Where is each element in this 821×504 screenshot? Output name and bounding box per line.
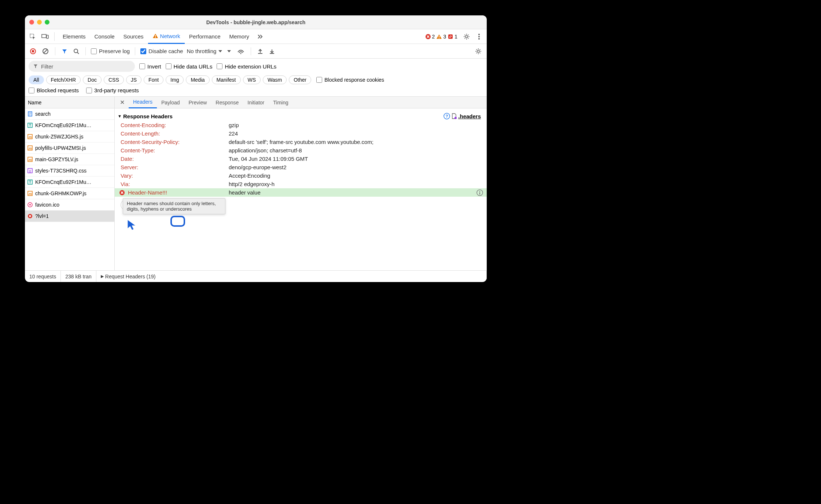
svg-rect-52 [479,192,480,194]
header-row: Content-Security-Policy:default-src 'sel… [115,138,487,146]
request-row[interactable]: JSmain-G3PZY5LV.js [25,154,114,165]
editable-header-value[interactable]: header value [229,189,481,196]
filter-pill-img[interactable]: Img [166,75,184,84]
detail-tab-response[interactable]: Response [211,97,243,108]
filter-pill-other[interactable]: Other [289,75,311,84]
info-icon[interactable] [476,189,483,196]
request-row[interactable]: favicon.ico [25,199,114,211]
svg-point-11 [465,36,468,38]
blocked-requests-checkbox[interactable]: Blocked requests [29,87,79,93]
header-value: default-src 'self'; frame-src youtube.co… [229,139,481,145]
clear-button[interactable] [41,47,50,56]
request-headers-section[interactable]: ▶ Request Headers (19) [96,271,487,282]
hide-extension-urls-checkbox[interactable]: Hide extension URLs [217,63,276,70]
css-icon: {} [27,168,33,174]
minimize-window-button[interactable] [37,20,42,25]
highlight-annotation [170,216,185,227]
name-column-header[interactable]: Name [25,97,114,108]
invert-checkbox[interactable]: Invert [139,63,161,70]
request-row[interactable]: JSchunk-GRHMKOWP.js [25,188,114,199]
requests-list: searchTKFOmCnqEu92Fr1Mu…JSchunk-Z5WZJGHS… [25,108,114,270]
network-settings-icon[interactable] [474,47,483,56]
filter-icon[interactable] [60,47,69,55]
filter-pill-font[interactable]: Font [144,75,163,84]
header-value: deno/gcp-europe-west2 [229,164,481,170]
request-row[interactable]: ?lvl=1 [25,211,114,222]
request-row[interactable]: TKFOmCnqEu92Fr1Mu… [25,120,114,131]
filter-pill-js[interactable]: JS [126,75,141,84]
request-row[interactable]: JSpolyfills-UPW4ZMSI.js [25,142,114,154]
request-row[interactable]: TKFOmCnqEu92Fr1Mu… [25,177,114,188]
filter-pill-wasm[interactable]: Wasm [263,75,287,84]
response-headers-section[interactable]: ▼ Response Headers ? .headers [115,111,487,121]
tab-console[interactable]: Console [90,29,119,44]
request-row[interactable]: search [25,108,114,120]
tab-elements[interactable]: Elements [58,29,90,44]
header-key: Content-Security-Policy: [121,139,229,145]
header-key: Via: [121,181,229,187]
tab-memory[interactable]: Memory [225,29,254,44]
search-icon[interactable] [72,47,80,55]
more-tabs-icon[interactable] [255,32,266,42]
tab-network[interactable]: Network [148,29,185,44]
header-row: Content-Encoding:gzip [115,121,487,129]
upload-har-icon[interactable] [256,47,264,55]
detail-tab-timing[interactable]: Timing [269,97,293,108]
editable-header-row[interactable]: Header-Name!!! header value [115,188,487,197]
svg-text:T: T [29,180,31,184]
kebab-menu-icon[interactable] [474,32,485,42]
header-key: Server: [121,164,229,170]
filter-pill-media[interactable]: Media [186,75,209,84]
detail-tab-preview[interactable]: Preview [184,97,211,108]
header-key: Content-Encoding: [121,122,229,128]
disable-cache-checkbox[interactable]: Disable cache [140,48,183,54]
font-icon: T [27,122,33,128]
detail-tab-headers[interactable]: Headers [129,97,157,108]
close-detail-icon[interactable]: ✕ [117,99,127,106]
filter-pill-ws[interactable]: WS [243,75,261,84]
download-har-icon[interactable] [268,47,276,55]
header-row: Date:Tue, 04 Jun 2024 11:09:05 GMT [115,155,487,163]
header-key: Date: [121,156,229,162]
detail-tab-payload[interactable]: Payload [157,97,184,108]
inspect-icon[interactable] [27,32,38,42]
third-party-checkbox[interactable]: 3rd-party requests [86,87,139,93]
network-conditions-icon[interactable] [236,47,246,55]
svg-rect-2 [47,35,48,38]
header-key: Content-Length: [121,130,229,137]
blocked-cookies-checkbox[interactable]: Blocked response cookies [316,77,384,83]
detail-tab-initiator[interactable]: Initiator [243,97,269,108]
svg-text:T: T [29,123,31,127]
error-icon [27,213,33,219]
svg-rect-16 [32,50,34,52]
filter-pill-css[interactable]: CSS [104,75,124,84]
tab-sources[interactable]: Sources [119,29,148,44]
header-row: Via:http/2 edgeproxy-h [115,180,487,188]
request-count: 10 requests [25,271,61,282]
help-icon[interactable]: ? [443,113,450,119]
headers-file-link[interactable]: .headers [452,113,481,119]
settings-icon[interactable] [461,32,472,42]
filter-pill-fetch-xhr[interactable]: Fetch/XHR [46,75,81,84]
svg-point-51 [479,191,480,192]
request-row[interactable]: {}styles-T73CSHRQ.css [25,165,114,177]
remove-header-icon[interactable] [119,190,125,196]
device-toolbar-icon[interactable] [40,32,51,42]
maximize-window-button[interactable] [45,20,49,25]
hide-data-urls-checkbox[interactable]: Hide data URLs [166,63,213,70]
request-row[interactable]: JSchunk-Z5WZJGHS.js [25,131,114,142]
filter-pill-manifest[interactable]: Manifest [212,75,241,84]
close-window-button[interactable] [29,20,34,25]
filter-pill-all[interactable]: All [29,75,44,84]
detail-pane: ✕ HeadersPayloadPreviewResponseInitiator… [115,97,487,270]
preserve-log-checkbox[interactable]: Preserve log [91,48,130,54]
record-button[interactable] [29,47,37,56]
throttling-select[interactable]: No throttling [187,48,222,54]
network-toolbar: Preserve log Disable cache No throttling [25,44,487,59]
errors-badge[interactable]: 2 3 1 [425,34,457,40]
header-key: Vary: [121,173,229,179]
filter-pill-doc[interactable]: Doc [83,75,102,84]
editable-header-name[interactable]: Header-Name!!! [128,189,229,196]
filter-input[interactable]: Filter [29,61,135,72]
tab-performance[interactable]: Performance [185,29,225,44]
